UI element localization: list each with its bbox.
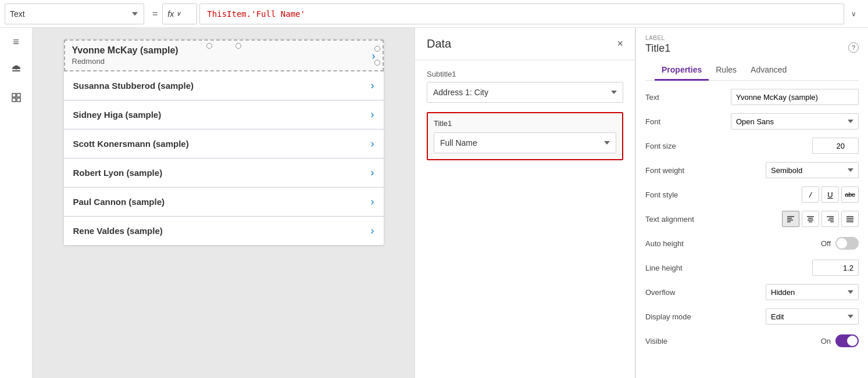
list-item-chevron: › [371,109,374,121]
svg-rect-6 [17,98,20,102]
prop-row-text-align: Text alignment [645,210,859,228]
auto-height-toggle-container: Off [821,237,859,250]
visible-toggle-container: On [821,334,859,347]
visible-state: On [821,337,831,345]
prop-row-font-size: Font size [645,136,859,155]
properties-panel: LABEL Title1 ? Properties Rules Advanced… [635,28,868,378]
svg-rect-3 [12,93,16,97]
formula-collapse-chevron[interactable]: ∨ [844,10,863,18]
align-justify-btn[interactable] [841,211,859,227]
svg-rect-4 [17,93,20,97]
prop-row-text: Text [645,88,859,106]
fx-button[interactable]: fx ∨ [162,3,197,24]
list-item-chevron: › [371,80,374,92]
tab-rules[interactable]: Rules [709,60,744,81]
subtitle-field-group: Subtitle1 Address 1: City [427,70,623,103]
formula-text: ThisItem.'Full Name' [207,9,305,19]
equals-symbol: = [152,9,158,19]
list-item[interactable]: Susanna Stubberod (sample) › [64,71,384,100]
component-name: Title1 [645,42,670,55]
overflow-select[interactable]: Hidden [766,284,859,300]
data-panel-close-button[interactable]: × [617,38,623,50]
font-style-italic-btn[interactable]: / [802,186,819,203]
list-item-name: Robert Lyon (sample) [73,168,163,178]
title1-field-group-highlighted: Title1 Full Name [427,112,623,160]
list-item-name: Rene Valdes (sample) [73,226,163,236]
list-item-name: Paul Cannon (sample) [73,197,165,207]
align-right-btn[interactable] [821,211,839,227]
canvas-area: Yvonne McKay (sample) Redmond › Susanna … [33,28,415,378]
font-prop-label: Font [645,117,709,126]
font-size-input[interactable] [812,138,859,154]
subtitle-dropdown[interactable]: Address 1: City [427,82,623,103]
topbar: Text = fx ∨ ThisItem.'Full Name' ∨ [0,0,868,28]
text-prop-input[interactable] [731,89,859,105]
main-layout: ≡ [0,28,868,378]
visible-toggle[interactable] [835,334,859,347]
formula-bar[interactable]: ThisItem.'Full Name' [199,3,844,24]
element-selector[interactable]: Text [5,3,144,24]
list-item-chevron: › [371,196,374,208]
handle-top-left [206,43,212,49]
list-item-name: Sidney Higa (sample) [73,110,162,120]
tab-properties[interactable]: Properties [655,60,709,81]
help-icon[interactable]: ? [848,42,859,53]
sidebar-icon-menu[interactable]: ≡ [7,33,26,51]
list-item-chevron: › [371,138,374,150]
props-panel-header: LABEL Title1 ? Properties Rules Advanced [636,28,868,81]
line-height-input[interactable] [812,260,859,276]
tab-advanced[interactable]: Advanced [744,60,794,81]
font-style-group: / U abc [802,186,859,203]
font-prop-select[interactable]: Open Sans [731,113,859,129]
list-item-name: Scott Konersmann (sample) [73,139,189,149]
left-sidebar: ≡ [0,28,33,378]
text-align-label: Text alignment [645,215,709,224]
auto-height-label: Auto height [645,239,709,248]
subtitle-field-label: Subtitle1 [427,70,623,78]
list-item-selected[interactable]: Yvonne McKay (sample) Redmond › [64,39,384,71]
text-prop-label: Text [645,93,709,102]
prop-row-display-mode: Display mode Edit [645,307,859,326]
visible-label: Visible [645,337,709,345]
props-tabs: Properties Rules Advanced [645,60,859,81]
title1-dropdown[interactable]: Full Name [434,132,616,153]
handle-top-right [235,43,241,49]
fx-label: fx [167,9,174,19]
display-mode-select[interactable]: Edit [766,308,859,325]
list-item[interactable]: Scott Konersmann (sample) › [64,129,384,159]
auto-height-state: Off [821,239,831,248]
label-tag: LABEL [645,35,670,41]
list-panel: Yvonne McKay (sample) Redmond › Susanna … [64,39,384,245]
list-item[interactable]: Paul Cannon (sample) › [64,188,384,217]
list-item-chevron: › [371,225,374,237]
svg-rect-5 [12,98,16,102]
overflow-label: Overflow [645,288,709,297]
data-panel-header: Data × [415,28,635,60]
list-item[interactable]: Robert Lyon (sample) › [64,159,384,188]
svg-rect-1 [12,70,20,71]
prop-row-visible: Visible On [645,332,859,350]
align-center-btn[interactable] [802,211,819,227]
fx-chevron: ∨ [176,10,181,17]
align-group [782,211,859,227]
list-item[interactable]: Sidney Higa (sample) › [64,100,384,129]
font-style-underline-btn[interactable]: U [821,186,839,203]
sidebar-icon-grid[interactable] [7,88,26,107]
prop-row-font-style: Font style / U abc [645,185,859,204]
list-item[interactable]: Rene Valdes (sample) › [64,217,384,245]
font-weight-select[interactable]: Semibold [766,162,859,178]
first-item-chevron[interactable]: › [372,49,376,62]
first-item-subtitle: Redmond [72,57,376,66]
font-style-strikethrough-btn[interactable]: abc [841,186,859,203]
line-height-label: Line height [645,264,709,272]
data-panel-title: Data [427,37,451,51]
prop-row-font: Font Open Sans [645,112,859,131]
props-body: Text Font Open Sans Font size Font weigh… [636,81,868,357]
sidebar-icon-layers[interactable] [7,60,26,79]
title1-field-label: Title1 [434,119,616,128]
prop-row-line-height: Line height [645,258,859,277]
auto-height-toggle[interactable] [835,237,859,250]
align-left-btn[interactable] [782,211,799,227]
prop-row-font-weight: Font weight Semibold [645,161,859,179]
data-panel: Data × Subtitle1 Address 1: City Title1 … [415,28,635,378]
